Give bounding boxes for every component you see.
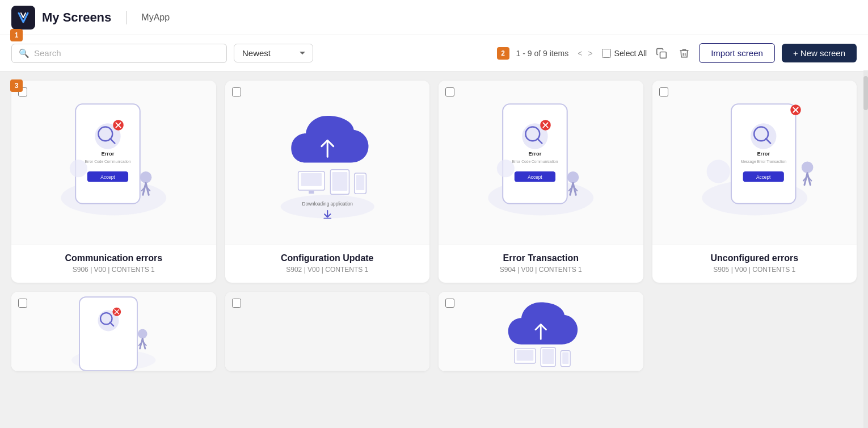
- nav-prev-button[interactable]: <: [575, 48, 584, 59]
- card-checkbox-6[interactable]: [232, 299, 241, 308]
- logo: [11, 6, 35, 30]
- svg-text:Accept: Accept: [756, 175, 771, 180]
- svg-rect-87: [562, 353, 568, 364]
- card-title-1: Communication errors: [20, 253, 207, 263]
- card-checkbox-wrap-7: [445, 299, 454, 310]
- select-all-checkbox[interactable]: [602, 49, 611, 58]
- card-checkbox-4[interactable]: [659, 87, 668, 96]
- step-badge-1: 1: [10, 29, 23, 41]
- svg-rect-83: [517, 350, 534, 361]
- card-checkbox-wrap-6: [232, 299, 241, 310]
- svg-text:Error Code Communication: Error Code Communication: [512, 160, 558, 163]
- svg-text:Error: Error: [757, 151, 770, 157]
- card-checkbox-wrap-3: [445, 87, 454, 99]
- svg-rect-26: [332, 172, 347, 191]
- card-info-1: Communication errors S906 | V00 | CONTEN…: [11, 245, 216, 283]
- svg-text:Error Code Communication: Error Code Communication: [85, 160, 130, 163]
- svg-point-67: [706, 160, 730, 183]
- import-screen-button[interactable]: Import screen: [699, 43, 775, 63]
- card-meta-3: S904 | V00 | CONTENTS 1: [448, 266, 634, 274]
- card-checkbox-2[interactable]: [232, 87, 241, 96]
- svg-point-44: [567, 171, 579, 183]
- search-icon: 🔍: [19, 48, 30, 58]
- card-preview-1: Error Error Code Communication Accept: [11, 81, 216, 245]
- svg-text:Downloading application: Downloading application: [302, 202, 353, 207]
- screen-card-6[interactable]: [225, 292, 430, 371]
- svg-text:Error: Error: [102, 151, 115, 157]
- card-preview-6: [225, 292, 430, 371]
- toolbar: 1 🔍 Newest Oldest A-Z Z-A 2 1 - 9 of 9 i…: [0, 35, 868, 72]
- card-preview-3: Error Error Code Communication Accept: [439, 81, 643, 245]
- svg-point-62: [801, 161, 813, 173]
- screen-card-7[interactable]: [439, 292, 643, 371]
- card-checkbox-5[interactable]: [18, 299, 27, 308]
- svg-point-19: [70, 160, 87, 177]
- card-info-4: Unconfigured errors S905 | V00 | CONTENT…: [652, 245, 857, 283]
- card-meta-2: S902 | V00 | CONTENTS 1: [234, 266, 421, 274]
- card-checkbox-wrap-4: [659, 87, 668, 99]
- card-info-3: Error Transaction S904 | V00 | CONTENTS …: [439, 245, 643, 283]
- new-screen-button[interactable]: + New screen: [782, 44, 857, 62]
- items-count: 1 - 9 of 9 items: [516, 49, 569, 58]
- card-info-2: Configuration Update S902 | V00 | CONTEN…: [225, 245, 430, 283]
- content-area: 3: [0, 72, 868, 428]
- card-preview-7: [439, 292, 643, 371]
- card-meta-4: S905 | V00 | CONTENTS 1: [661, 266, 848, 274]
- svg-rect-85: [542, 349, 554, 364]
- svg-point-49: [497, 160, 515, 177]
- logo-wrap: My Screens MyApp: [11, 6, 170, 30]
- svg-rect-24: [309, 191, 314, 194]
- card-preview-2: Downloading application: [225, 81, 430, 245]
- page-title: My Screens: [42, 10, 111, 25]
- sort-dropdown[interactable]: Newest Oldest A-Z Z-A: [234, 44, 313, 62]
- card-title-2: Configuration Update: [234, 253, 421, 263]
- svg-rect-28: [356, 175, 364, 190]
- card-checkbox-7[interactable]: [445, 299, 454, 308]
- step-badge-2: 2: [497, 47, 509, 60]
- copy-icon-button[interactable]: [654, 45, 669, 61]
- app-name: MyApp: [141, 12, 170, 23]
- card-checkbox-wrap-5: [18, 299, 27, 310]
- card-checkbox-3[interactable]: [445, 87, 454, 96]
- screen-card-error-transaction[interactable]: Error Error Code Communication Accept Er…: [439, 81, 643, 283]
- svg-text:Accept: Accept: [528, 175, 542, 180]
- svg-rect-23: [301, 173, 321, 186]
- svg-text:Accept: Accept: [100, 175, 115, 180]
- nav-next-button[interactable]: >: [585, 48, 595, 59]
- search-wrap: 🔍: [11, 44, 227, 63]
- card-title-3: Error Transaction: [448, 253, 634, 263]
- app-header: My Screens MyApp: [0, 0, 868, 35]
- card-checkbox-wrap-2: [232, 87, 241, 99]
- card-meta-1: S906 | V00 | CONTENTS 1: [20, 266, 207, 274]
- delete-icon-button[interactable]: [676, 45, 692, 61]
- step-badge-3: 3: [10, 79, 23, 92]
- search-input[interactable]: [34, 48, 220, 58]
- card-title-4: Unconfigured errors: [661, 253, 848, 263]
- select-all-label: Select All: [614, 49, 647, 58]
- svg-point-14: [140, 171, 152, 183]
- screen-card-configuration-update[interactable]: Downloading application Configuration Up…: [225, 81, 430, 283]
- card-preview-5: [11, 292, 216, 371]
- toolbar-right: 2 1 - 9 of 9 items < > Select All Impor: [497, 43, 857, 63]
- screen-card-5[interactable]: [11, 292, 216, 371]
- svg-rect-69: [79, 297, 137, 371]
- screen-card-unconfigured-errors[interactable]: Error Message Error Transaction Accept: [652, 81, 857, 283]
- content-inner: 3: [11, 81, 857, 371]
- select-all-wrap: Select All: [602, 49, 647, 58]
- screen-card-communication-errors[interactable]: Error Error Code Communication Accept: [11, 81, 216, 283]
- header-divider: [126, 11, 127, 24]
- pagination-nav: < >: [575, 48, 595, 59]
- svg-rect-1: [660, 52, 667, 58]
- svg-text:Error: Error: [529, 151, 542, 157]
- svg-point-76: [138, 329, 148, 339]
- svg-text:Message Error Transaction: Message Error Transaction: [740, 160, 786, 164]
- scrollbar-thumb[interactable]: [863, 76, 868, 110]
- screens-grid: Error Error Code Communication Accept: [11, 81, 857, 371]
- scrollbar-track: [863, 70, 868, 428]
- card-preview-4: Error Message Error Transaction Accept: [652, 81, 857, 245]
